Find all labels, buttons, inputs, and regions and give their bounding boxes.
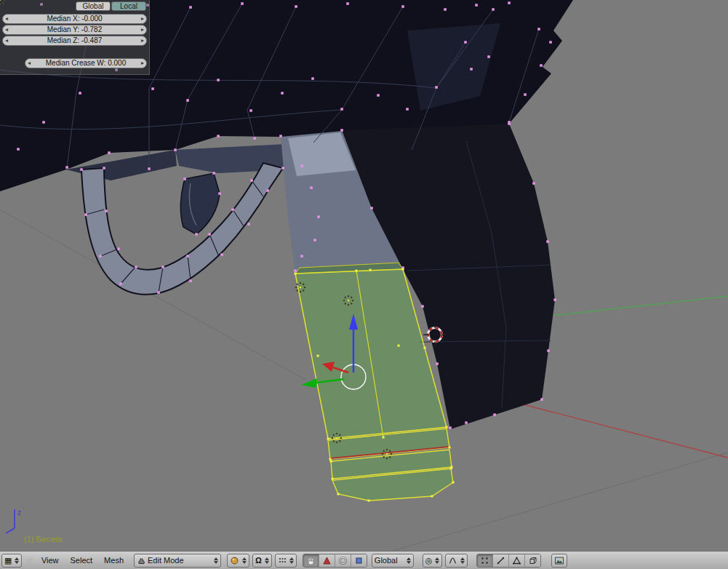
median-y-field[interactable]: ◂ Median Y: -0.782 ▸ [2, 25, 147, 35]
menu-select[interactable]: Select [65, 556, 99, 565]
orientation-local-button[interactable]: Local [111, 1, 146, 11]
manipulator-scale-button[interactable] [351, 554, 367, 567]
orientation-toggle-row: Global Local [0, 1, 149, 11]
median-crease-label: Median Crease W: 0.000 [33, 60, 139, 67]
mode-dropdown-value: Edit Mode [148, 556, 211, 565]
median-z-label: Median Z: -0.487 [10, 37, 139, 44]
translate-arrow-icon [322, 556, 332, 565]
median-x-field[interactable]: ◂ Median X: -0.000 ▸ [2, 14, 147, 24]
median-crease-field[interactable]: ◂ Median Crease W: 0.000 ▸ [25, 58, 147, 68]
face-select-icon [512, 556, 521, 565]
falloff-stepper[interactable] [460, 557, 465, 564]
vertex-select-icon [480, 556, 489, 565]
decrement-arrow-icon[interactable]: ◂ [3, 37, 10, 44]
edge-select-button[interactable] [493, 554, 509, 567]
mode-dropdown[interactable]: Edit Mode [134, 554, 221, 568]
manipulator-rotate-button[interactable] [335, 554, 351, 567]
hand-icon [306, 556, 316, 565]
mode-stepper[interactable] [214, 557, 218, 564]
dots-grid-icon [278, 556, 287, 565]
decrement-arrow-icon[interactable]: ◂ [3, 15, 10, 23]
transform-orientation-value: Global [375, 556, 404, 565]
rotate-circle-icon [338, 556, 348, 565]
manipulator-translate-button[interactable] [319, 554, 335, 567]
scale-square-icon [354, 556, 364, 565]
object-info-label: (1) Berreta [24, 535, 63, 544]
edit-mode-icon [137, 556, 146, 565]
increment-arrow-icon[interactable]: ▸ [139, 37, 146, 44]
decrement-arrow-icon[interactable]: ◂ [25, 60, 33, 67]
proportional-falloff-button[interactable] [445, 554, 468, 568]
proportional-edit-button[interactable]: ◎ [423, 554, 443, 568]
menu-view[interactable]: View [36, 556, 65, 565]
transform-properties-panel[interactable]: Global Local ◂ Median X: -0.000 ▸ ◂ Medi… [0, 0, 150, 75]
3d-viewport[interactable]: z Global Local ◂ Median X: -0.000 ▸ ◂ Me… [0, 0, 728, 551]
manipulator-group [303, 554, 367, 568]
editor-type-button[interactable]: ▦ [1, 554, 22, 568]
median-z-field[interactable]: ◂ Median Z: -0.487 ▸ [2, 36, 147, 46]
3d-view-header: ▦ ▽ View Select Mesh Edit Mode Ω [0, 551, 728, 569]
snap-stepper[interactable] [289, 557, 294, 564]
proportional-edit-icon: ◎ [425, 557, 433, 565]
falloff-curve-icon [448, 556, 457, 565]
cube-icon [528, 556, 537, 565]
orientation-stepper[interactable] [407, 557, 411, 564]
blender-window: z Global Local ◂ Median X: -0.000 ▸ ◂ Me… [0, 0, 728, 569]
proportional-stepper[interactable] [435, 557, 439, 564]
edge-select-icon [496, 556, 505, 565]
pivot-stepper[interactable] [265, 557, 269, 564]
occlude-geometry-button[interactable] [525, 554, 540, 567]
decrement-arrow-icon[interactable]: ◂ [3, 26, 10, 33]
viewport-canvas[interactable]: z [0, 0, 728, 551]
select-mode-group [476, 554, 541, 568]
render-preview-button[interactable] [551, 554, 567, 568]
image-icon [554, 556, 564, 565]
increment-arrow-icon[interactable]: ▸ [139, 15, 146, 23]
shading-solid-icon [230, 556, 239, 565]
menu-mesh[interactable]: Mesh [98, 556, 129, 565]
editor-type-icon: ▦ [4, 557, 12, 565]
shading-stepper[interactable] [242, 557, 247, 564]
mini-axis-z-label: z [17, 509, 21, 517]
median-y-label: Median Y: -0.782 [10, 26, 139, 33]
pivot-median-icon: Ω [255, 557, 262, 565]
increment-arrow-icon[interactable]: ▸ [139, 60, 146, 67]
orientation-global-button[interactable]: Global [76, 1, 111, 11]
transform-orientation-dropdown[interactable]: Global [372, 554, 414, 568]
pivot-point-button[interactable]: Ω [252, 554, 272, 568]
snap-target-button[interactable] [275, 554, 297, 568]
viewport-shading-button[interactable] [227, 554, 249, 568]
header-collapse-icon[interactable]: ▽ [26, 556, 32, 565]
median-x-label: Median X: -0.000 [10, 15, 139, 23]
vertex-select-button[interactable] [477, 554, 493, 567]
editor-type-stepper[interactable] [15, 557, 19, 564]
increment-arrow-icon[interactable]: ▸ [139, 26, 146, 33]
face-select-button[interactable] [509, 554, 525, 567]
manipulator-toggle-button[interactable] [303, 554, 319, 567]
